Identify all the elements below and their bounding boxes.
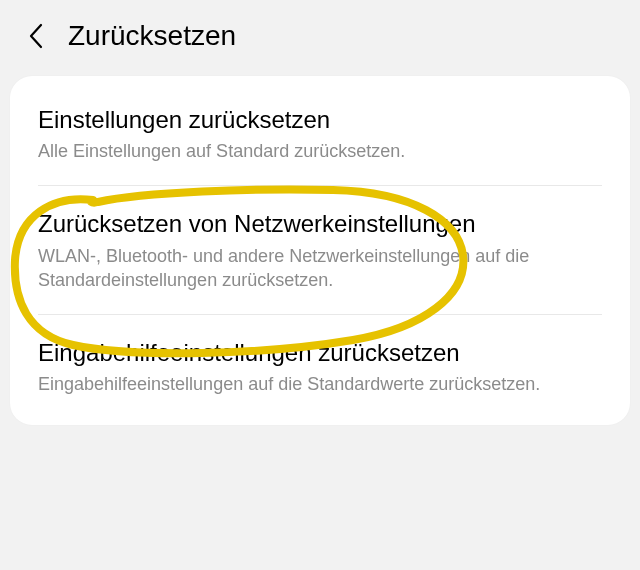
- settings-card: Einstellungen zurücksetzen Alle Einstell…: [10, 76, 630, 425]
- reset-network-item[interactable]: Zurücksetzen von Netzwerkeinstellungen W…: [10, 186, 630, 314]
- reset-accessibility-title: Eingabehilfeeinstellungen zurücksetzen: [38, 337, 602, 368]
- reset-settings-item[interactable]: Einstellungen zurücksetzen Alle Einstell…: [10, 82, 630, 185]
- reset-network-subtitle: WLAN-, Bluetooth- und andere Netzwerkein…: [38, 244, 602, 293]
- page-title: Zurücksetzen: [68, 20, 236, 52]
- reset-settings-subtitle: Alle Einstellungen auf Standard zurückse…: [38, 139, 602, 163]
- back-icon[interactable]: [24, 24, 48, 48]
- reset-network-title: Zurücksetzen von Netzwerkeinstellungen: [38, 208, 602, 239]
- reset-settings-title: Einstellungen zurücksetzen: [38, 104, 602, 135]
- header: Zurücksetzen: [0, 0, 640, 68]
- reset-accessibility-item[interactable]: Eingabehilfeeinstellungen zurücksetzen E…: [10, 315, 630, 418]
- reset-accessibility-subtitle: Eingabehilfeeinstellungen auf die Standa…: [38, 372, 602, 396]
